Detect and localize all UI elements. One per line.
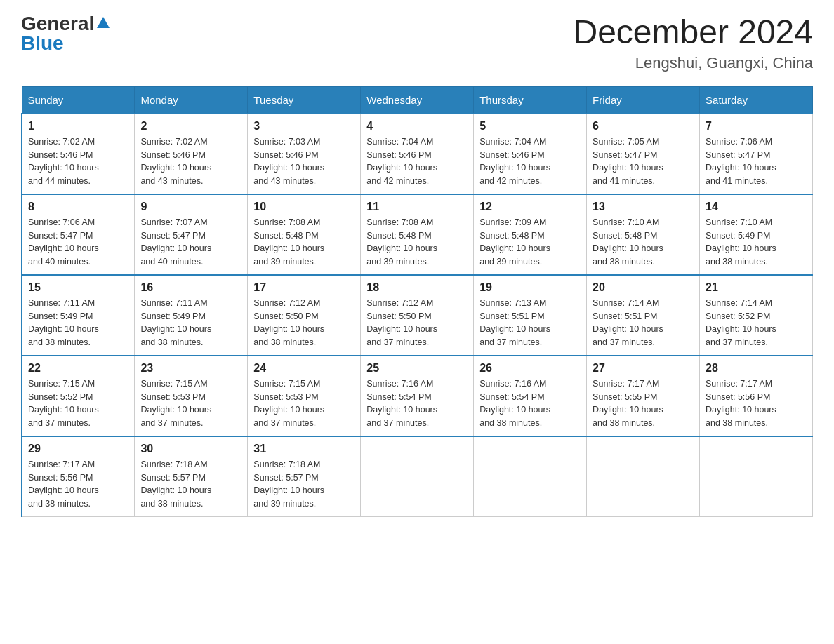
calendar-cell: 24Sunrise: 7:15 AMSunset: 5:53 PMDayligh… bbox=[248, 356, 361, 436]
day-info: Sunrise: 7:16 AMSunset: 5:54 PMDaylight:… bbox=[366, 377, 468, 430]
day-number: 25 bbox=[366, 362, 468, 375]
calendar-cell: 22Sunrise: 7:15 AMSunset: 5:52 PMDayligh… bbox=[22, 356, 135, 436]
day-number: 26 bbox=[479, 362, 581, 375]
day-number: 17 bbox=[253, 281, 355, 294]
day-info: Sunrise: 7:11 AMSunset: 5:49 PMDaylight:… bbox=[140, 297, 241, 349]
day-number: 11 bbox=[366, 201, 468, 213]
day-info: Sunrise: 7:08 AMSunset: 5:48 PMDaylight:… bbox=[366, 216, 468, 269]
day-info: Sunrise: 7:05 AMSunset: 5:47 PMDaylight:… bbox=[593, 135, 694, 188]
day-number: 30 bbox=[140, 443, 241, 455]
day-info: Sunrise: 7:14 AMSunset: 5:52 PMDaylight:… bbox=[706, 297, 807, 349]
calendar-cell: 2Sunrise: 7:02 AMSunset: 5:46 PMDaylight… bbox=[135, 114, 248, 194]
day-header-monday: Monday bbox=[135, 86, 248, 114]
day-info: Sunrise: 7:18 AMSunset: 5:57 PMDaylight:… bbox=[253, 458, 355, 511]
calendar-cell: 8Sunrise: 7:06 AMSunset: 5:47 PMDaylight… bbox=[22, 194, 135, 275]
day-number: 8 bbox=[28, 201, 128, 213]
logo-general: General bbox=[21, 14, 94, 34]
day-number: 1 bbox=[28, 120, 128, 133]
calendar-cell: 26Sunrise: 7:16 AMSunset: 5:54 PMDayligh… bbox=[474, 356, 587, 436]
day-info: Sunrise: 7:12 AMSunset: 5:50 PMDaylight:… bbox=[253, 297, 355, 349]
calendar-cell: 28Sunrise: 7:17 AMSunset: 5:56 PMDayligh… bbox=[700, 356, 813, 436]
day-info: Sunrise: 7:15 AMSunset: 5:53 PMDaylight:… bbox=[253, 377, 355, 430]
day-number: 31 bbox=[253, 443, 355, 455]
week-row-4: 22Sunrise: 7:15 AMSunset: 5:52 PMDayligh… bbox=[22, 356, 813, 436]
calendar-cell: 10Sunrise: 7:08 AMSunset: 5:48 PMDayligh… bbox=[248, 194, 361, 275]
day-number: 6 bbox=[593, 120, 694, 133]
day-number: 23 bbox=[140, 362, 241, 375]
day-info: Sunrise: 7:04 AMSunset: 5:46 PMDaylight:… bbox=[479, 135, 581, 188]
day-info: Sunrise: 7:09 AMSunset: 5:48 PMDaylight:… bbox=[479, 216, 581, 269]
day-number: 22 bbox=[28, 362, 128, 375]
logo: General Blue bbox=[21, 14, 111, 53]
day-number: 14 bbox=[706, 201, 807, 213]
calendar-cell: 29Sunrise: 7:17 AMSunset: 5:56 PMDayligh… bbox=[22, 436, 135, 517]
day-header-tuesday: Tuesday bbox=[248, 86, 361, 114]
day-info: Sunrise: 7:06 AMSunset: 5:47 PMDaylight:… bbox=[706, 135, 807, 188]
calendar-cell: 19Sunrise: 7:13 AMSunset: 5:51 PMDayligh… bbox=[474, 275, 587, 356]
day-info: Sunrise: 7:17 AMSunset: 5:55 PMDaylight:… bbox=[593, 377, 694, 430]
calendar-cell: 9Sunrise: 7:07 AMSunset: 5:47 PMDaylight… bbox=[135, 194, 248, 275]
calendar-cell: 30Sunrise: 7:18 AMSunset: 5:57 PMDayligh… bbox=[135, 436, 248, 517]
day-info: Sunrise: 7:07 AMSunset: 5:47 PMDaylight:… bbox=[140, 216, 241, 269]
day-info: Sunrise: 7:17 AMSunset: 5:56 PMDaylight:… bbox=[28, 458, 128, 511]
day-number: 19 bbox=[479, 281, 581, 294]
day-number: 18 bbox=[366, 281, 468, 294]
day-number: 16 bbox=[140, 281, 241, 294]
page-header: General Blue December 2024 Lengshui, Gua… bbox=[21, 14, 813, 72]
day-number: 27 bbox=[593, 362, 694, 375]
calendar-cell: 15Sunrise: 7:11 AMSunset: 5:49 PMDayligh… bbox=[22, 275, 135, 356]
day-info: Sunrise: 7:10 AMSunset: 5:48 PMDaylight:… bbox=[593, 216, 694, 269]
day-info: Sunrise: 7:13 AMSunset: 5:51 PMDaylight:… bbox=[479, 297, 581, 349]
calendar-cell: 7Sunrise: 7:06 AMSunset: 5:47 PMDaylight… bbox=[700, 114, 813, 194]
week-row-5: 29Sunrise: 7:17 AMSunset: 5:56 PMDayligh… bbox=[22, 436, 813, 517]
day-number: 20 bbox=[593, 281, 694, 294]
day-info: Sunrise: 7:08 AMSunset: 5:48 PMDaylight:… bbox=[253, 216, 355, 269]
calendar-cell: 11Sunrise: 7:08 AMSunset: 5:48 PMDayligh… bbox=[361, 194, 474, 275]
calendar-cell bbox=[587, 436, 700, 517]
calendar-cell: 6Sunrise: 7:05 AMSunset: 5:47 PMDaylight… bbox=[587, 114, 700, 194]
day-info: Sunrise: 7:17 AMSunset: 5:56 PMDaylight:… bbox=[706, 377, 807, 430]
calendar-cell: 12Sunrise: 7:09 AMSunset: 5:48 PMDayligh… bbox=[474, 194, 587, 275]
day-info: Sunrise: 7:02 AMSunset: 5:46 PMDaylight:… bbox=[28, 135, 128, 188]
day-info: Sunrise: 7:12 AMSunset: 5:50 PMDaylight:… bbox=[366, 297, 468, 349]
day-info: Sunrise: 7:02 AMSunset: 5:46 PMDaylight:… bbox=[140, 135, 241, 188]
calendar-cell: 25Sunrise: 7:16 AMSunset: 5:54 PMDayligh… bbox=[361, 356, 474, 436]
calendar-cell: 5Sunrise: 7:04 AMSunset: 5:46 PMDaylight… bbox=[474, 114, 587, 194]
day-info: Sunrise: 7:15 AMSunset: 5:53 PMDaylight:… bbox=[140, 377, 241, 430]
calendar-cell: 20Sunrise: 7:14 AMSunset: 5:51 PMDayligh… bbox=[587, 275, 700, 356]
day-number: 7 bbox=[706, 120, 807, 133]
day-info: Sunrise: 7:10 AMSunset: 5:49 PMDaylight:… bbox=[706, 216, 807, 269]
calendar-cell: 3Sunrise: 7:03 AMSunset: 5:46 PMDaylight… bbox=[248, 114, 361, 194]
day-header-saturday: Saturday bbox=[700, 86, 813, 114]
day-info: Sunrise: 7:18 AMSunset: 5:57 PMDaylight:… bbox=[140, 458, 241, 511]
calendar-cell: 13Sunrise: 7:10 AMSunset: 5:48 PMDayligh… bbox=[587, 194, 700, 275]
calendar-cell: 1Sunrise: 7:02 AMSunset: 5:46 PMDaylight… bbox=[22, 114, 135, 194]
day-number: 4 bbox=[366, 120, 468, 133]
calendar-cell: 31Sunrise: 7:18 AMSunset: 5:57 PMDayligh… bbox=[248, 436, 361, 517]
day-number: 5 bbox=[479, 120, 581, 133]
calendar-cell: 17Sunrise: 7:12 AMSunset: 5:50 PMDayligh… bbox=[248, 275, 361, 356]
calendar-cell bbox=[361, 436, 474, 517]
calendar-cell bbox=[700, 436, 813, 517]
day-info: Sunrise: 7:03 AMSunset: 5:46 PMDaylight:… bbox=[253, 135, 355, 188]
day-info: Sunrise: 7:04 AMSunset: 5:46 PMDaylight:… bbox=[366, 135, 468, 188]
day-info: Sunrise: 7:14 AMSunset: 5:51 PMDaylight:… bbox=[593, 297, 694, 349]
day-info: Sunrise: 7:15 AMSunset: 5:52 PMDaylight:… bbox=[28, 377, 128, 430]
calendar-cell: 23Sunrise: 7:15 AMSunset: 5:53 PMDayligh… bbox=[135, 356, 248, 436]
calendar-cell: 18Sunrise: 7:12 AMSunset: 5:50 PMDayligh… bbox=[361, 275, 474, 356]
title-section: December 2024 Lengshui, Guangxi, China bbox=[573, 14, 813, 72]
calendar-subtitle: Lengshui, Guangxi, China bbox=[573, 54, 813, 72]
day-info: Sunrise: 7:06 AMSunset: 5:47 PMDaylight:… bbox=[28, 216, 128, 269]
day-header-wednesday: Wednesday bbox=[361, 86, 474, 114]
day-number: 9 bbox=[140, 201, 241, 213]
day-header-friday: Friday bbox=[587, 86, 700, 114]
calendar-cell: 14Sunrise: 7:10 AMSunset: 5:49 PMDayligh… bbox=[700, 194, 813, 275]
calendar-table: SundayMondayTuesdayWednesdayThursdayFrid… bbox=[21, 86, 813, 517]
calendar-cell: 21Sunrise: 7:14 AMSunset: 5:52 PMDayligh… bbox=[700, 275, 813, 356]
day-number: 15 bbox=[28, 281, 128, 294]
day-header-thursday: Thursday bbox=[474, 86, 587, 114]
day-number: 13 bbox=[593, 201, 694, 213]
day-number: 12 bbox=[479, 201, 581, 213]
day-number: 2 bbox=[140, 120, 241, 133]
day-header-sunday: Sunday bbox=[22, 86, 135, 114]
